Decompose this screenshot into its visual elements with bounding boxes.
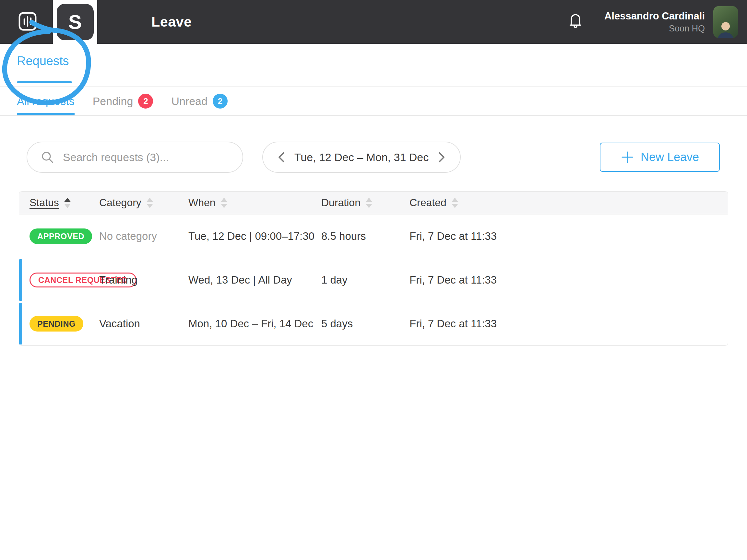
tab-unread[interactable]: Unread 2 — [171, 87, 228, 115]
sub-nav: All requests Pending 2 Unread 2 — [0, 87, 747, 116]
date-range-navigator: Tue, 12 Dec – Mon, 31 Dec — [262, 142, 461, 173]
duration-cell: 1 day — [321, 274, 410, 286]
requests-table: Status Category When Duration Created AP… — [19, 191, 728, 346]
user-menu[interactable]: Alessandro Cardinali Soon HQ — [604, 10, 705, 34]
user-avatar[interactable] — [713, 6, 738, 38]
column-header-created[interactable]: Created — [410, 197, 728, 209]
column-header-category[interactable]: Category — [99, 197, 188, 209]
created-cell: Fri, 7 Dec at 11:33 — [410, 230, 728, 242]
table-header-row: Status Category When Duration Created — [19, 191, 728, 214]
category-cell: Vacation — [99, 318, 188, 330]
date-range-label: Tue, 12 Dec – Mon, 31 Dec — [294, 151, 429, 164]
created-cell: Fri, 7 Dec at 11:33 — [410, 274, 728, 286]
chevron-right-icon — [436, 150, 447, 164]
when-cell: Tue, 12 Dec | 09:00–17:30 — [188, 230, 321, 242]
when-cell: Wed, 13 Dec | All Day — [188, 274, 321, 286]
app-logo[interactable]: S — [57, 4, 94, 40]
sort-arrows-icon — [64, 198, 71, 208]
duration-cell: 5 days — [321, 318, 410, 330]
new-leave-button[interactable]: New Leave — [600, 142, 720, 172]
header-right: Alessandro Cardinali Soon HQ — [567, 6, 747, 38]
sidebar-toggle-button[interactable] — [18, 12, 37, 32]
column-header-status[interactable]: Status — [29, 197, 99, 209]
table-row[interactable]: APPROVED No category Tue, 12 Dec | 09:00… — [19, 214, 728, 258]
category-cell: Training — [99, 274, 188, 286]
column-header-duration[interactable]: Duration — [321, 197, 410, 209]
tab-all-requests-label: All requests — [17, 95, 75, 108]
pending-count-badge: 2 — [138, 94, 153, 109]
tab-requests[interactable]: Requests — [17, 54, 69, 68]
page-title: Leave — [151, 14, 191, 30]
tab-all-requests[interactable]: All requests — [17, 87, 75, 115]
sort-arrows-icon — [147, 198, 153, 208]
sort-arrows-icon — [221, 198, 227, 208]
user-organization: Soon HQ — [604, 23, 705, 34]
avatar-person-icon — [716, 19, 735, 38]
unread-count-badge: 2 — [213, 94, 228, 109]
sort-arrows-icon — [452, 198, 458, 208]
created-cell: Fri, 7 Dec at 11:33 — [410, 318, 728, 330]
status-badge: APPROVED — [29, 229, 92, 244]
new-leave-label: New Leave — [641, 150, 699, 164]
next-range-button[interactable] — [434, 148, 449, 166]
leave-requests-page: S Leave Alessandro Cardinali Soon HQ — [0, 0, 747, 560]
table-row[interactable]: PENDING Vacation Mon, 10 Dec – Fri, 14 D… — [19, 302, 728, 345]
chevron-left-icon — [276, 150, 287, 164]
requests-tab-underline — [17, 81, 72, 83]
app-header: S Leave Alessandro Cardinali Soon HQ — [0, 0, 747, 44]
logo-strip: S — [53, 0, 97, 44]
primary-nav: Requests — [0, 44, 747, 86]
search-input[interactable] — [63, 151, 218, 164]
previous-range-button[interactable] — [274, 148, 289, 166]
sort-arrows-icon — [366, 198, 372, 208]
bell-icon — [567, 12, 584, 31]
duration-cell: 8.5 hours — [321, 230, 410, 242]
category-cell: No category — [99, 230, 188, 242]
notifications-button[interactable] — [567, 12, 584, 31]
toolbar: Tue, 12 Dec – Mon, 31 Dec New Leave — [0, 142, 747, 173]
tab-pending[interactable]: Pending 2 — [93, 87, 153, 115]
plus-icon — [621, 150, 634, 164]
user-name: Alessandro Cardinali — [604, 10, 705, 23]
column-header-when[interactable]: When — [188, 197, 321, 209]
search-box — [27, 142, 243, 173]
tab-pending-label: Pending — [93, 95, 133, 108]
sidebar-toggle-icon — [18, 11, 37, 32]
when-cell: Mon, 10 Dec – Fri, 14 Dec — [188, 318, 321, 330]
app-logo-letter: S — [69, 10, 82, 33]
tab-unread-label: Unread — [171, 95, 207, 108]
table-row[interactable]: CANCEL REQUESTED Training Wed, 13 Dec | … — [19, 258, 728, 302]
search-icon — [40, 150, 54, 164]
status-badge: PENDING — [29, 316, 83, 331]
